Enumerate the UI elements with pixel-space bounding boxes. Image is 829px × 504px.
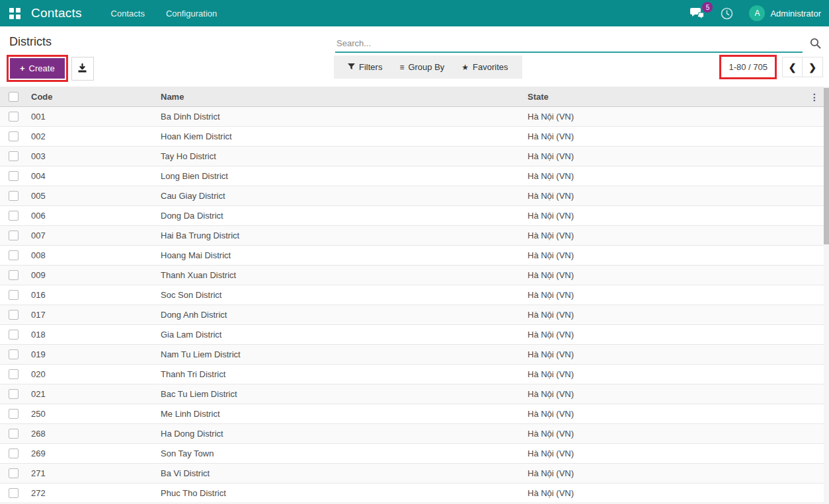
cell-name[interactable]: Soc Son District <box>161 290 528 300</box>
cell-code[interactable]: 020 <box>26 369 161 379</box>
cell-name[interactable]: Dong Anh District <box>161 310 528 320</box>
cell-state[interactable]: Hà Nội (VN) <box>528 449 824 458</box>
cell-name[interactable]: Hai Ba Trung District <box>161 231 528 240</box>
cell-code[interactable]: 268 <box>26 429 161 439</box>
cell-name[interactable]: Phuc Tho District <box>161 488 528 498</box>
create-button[interactable]: +Create <box>10 58 65 79</box>
row-checkbox[interactable] <box>9 290 19 300</box>
row-checkbox[interactable] <box>9 369 19 379</box>
table-row[interactable]: 019 Nam Tu Liem District Hà Nội (VN) <box>0 345 824 365</box>
row-checkbox[interactable] <box>9 112 19 122</box>
row-checkbox[interactable] <box>9 151 19 161</box>
row-checkbox[interactable] <box>9 191 19 201</box>
row-checkbox[interactable] <box>9 488 19 498</box>
cell-name[interactable]: Son Tay Town <box>161 449 528 458</box>
cell-state[interactable]: Hà Nội (VN) <box>528 468 824 478</box>
cell-state[interactable]: Hà Nội (VN) <box>528 211 824 221</box>
table-row[interactable]: 002 Hoan Kiem District Hà Nội (VN) <box>0 127 824 147</box>
cell-code[interactable]: 018 <box>26 330 161 340</box>
row-checkbox[interactable] <box>9 429 19 439</box>
group-by-button[interactable]: ≡ Group By <box>391 55 453 79</box>
cell-name[interactable]: Hoang Mai District <box>161 250 528 260</box>
cell-state[interactable]: Hà Nội (VN) <box>528 171 824 181</box>
cell-state[interactable]: Hà Nội (VN) <box>528 131 824 141</box>
row-checkbox[interactable] <box>9 349 19 359</box>
table-row[interactable]: 018 Gia Lam District Hà Nội (VN) <box>0 325 824 345</box>
cell-name[interactable]: Me Linh District <box>161 409 528 419</box>
row-checkbox[interactable] <box>9 231 19 240</box>
cell-code[interactable]: 019 <box>26 349 161 359</box>
table-row[interactable]: 008 Hoang Mai District Hà Nội (VN) <box>0 246 824 266</box>
user-menu[interactable]: A Administrator <box>749 5 821 21</box>
cell-code[interactable]: 016 <box>26 290 161 300</box>
cell-state[interactable]: Hà Nội (VN) <box>528 409 824 419</box>
tab-contacts[interactable]: Contacts <box>103 1 153 26</box>
cell-state[interactable]: Hà Nội (VN) <box>528 349 824 359</box>
cell-state[interactable]: Hà Nội (VN) <box>528 429 824 439</box>
table-row[interactable]: 021 Bac Tu Liem District Hà Nội (VN) <box>0 384 824 404</box>
cell-code[interactable]: 009 <box>26 270 161 280</box>
cell-name[interactable]: Thanh Tri District <box>161 369 528 379</box>
cell-code[interactable]: 250 <box>26 409 161 419</box>
activities-button[interactable] <box>721 7 733 20</box>
cell-code[interactable]: 004 <box>26 171 161 181</box>
cell-name[interactable]: Cau Giay District <box>161 191 528 201</box>
cell-state[interactable]: Hà Nội (VN) <box>528 488 824 498</box>
table-row[interactable]: 017 Dong Anh District Hà Nội (VN) <box>0 305 824 325</box>
table-row[interactable]: 006 Dong Da District Hà Nội (VN) <box>0 206 824 226</box>
row-checkbox[interactable] <box>9 131 19 141</box>
filters-button[interactable]: Filters <box>339 55 391 79</box>
cell-state[interactable]: Hà Nội (VN) <box>528 191 824 201</box>
cell-state[interactable]: Hà Nội (VN) <box>528 330 824 340</box>
row-checkbox[interactable] <box>9 171 19 181</box>
table-row[interactable]: 016 Soc Son District Hà Nội (VN) <box>0 285 824 305</box>
table-row[interactable]: 020 Thanh Tri District Hà Nội (VN) <box>0 365 824 384</box>
row-checkbox[interactable] <box>9 389 19 399</box>
cell-code[interactable]: 001 <box>26 112 161 122</box>
search-input[interactable] <box>335 36 803 53</box>
table-row[interactable]: 271 Ba Vi District Hà Nội (VN) <box>0 464 824 484</box>
cell-state[interactable]: Hà Nội (VN) <box>528 369 824 379</box>
cell-code[interactable]: 005 <box>26 191 161 201</box>
messages-button[interactable]: 5 <box>690 7 705 19</box>
cell-name[interactable]: Ha Dong District <box>161 429 528 439</box>
cell-name[interactable]: Dong Da District <box>161 211 528 221</box>
apps-menu-icon[interactable] <box>9 8 20 19</box>
cell-state[interactable]: Hà Nội (VN) <box>528 250 824 260</box>
row-checkbox[interactable] <box>9 270 19 280</box>
table-row[interactable]: 250 Me Linh District Hà Nội (VN) <box>0 404 824 424</box>
row-checkbox[interactable] <box>9 330 19 340</box>
row-checkbox[interactable] <box>9 449 19 458</box>
pager-previous-button[interactable]: ❮ <box>782 57 803 77</box>
cell-name[interactable]: Ba Dinh District <box>161 112 528 122</box>
select-all-checkbox[interactable] <box>9 92 19 102</box>
table-row[interactable]: 007 Hai Ba Trung District Hà Nội (VN) <box>0 226 824 246</box>
row-checkbox[interactable] <box>9 211 19 221</box>
column-header-state[interactable]: State <box>528 92 824 102</box>
cell-code[interactable]: 008 <box>26 250 161 260</box>
vertical-scrollbar[interactable] <box>824 87 829 504</box>
cell-state[interactable]: Hà Nội (VN) <box>528 231 824 240</box>
cell-code[interactable]: 007 <box>26 231 161 240</box>
cell-state[interactable]: Hà Nội (VN) <box>528 151 824 161</box>
cell-name[interactable]: Bac Tu Liem District <box>161 389 528 399</box>
cell-name[interactable]: Thanh Xuan District <box>161 270 528 280</box>
row-checkbox[interactable] <box>9 468 19 478</box>
cell-code[interactable]: 006 <box>26 211 161 221</box>
table-row[interactable]: 009 Thanh Xuan District Hà Nội (VN) <box>0 266 824 285</box>
cell-state[interactable]: Hà Nội (VN) <box>528 270 824 280</box>
cell-state[interactable]: Hà Nội (VN) <box>528 112 824 122</box>
scrollbar-thumb[interactable] <box>824 88 829 244</box>
row-checkbox[interactable] <box>9 409 19 419</box>
cell-name[interactable]: Long Bien District <box>161 171 528 181</box>
cell-name[interactable]: Hoan Kiem District <box>161 131 528 141</box>
search-icon[interactable] <box>810 38 821 49</box>
cell-state[interactable]: Hà Nội (VN) <box>528 389 824 399</box>
table-row[interactable]: 004 Long Bien District Hà Nội (VN) <box>0 166 824 186</box>
cell-state[interactable]: Hà Nội (VN) <box>528 310 824 320</box>
cell-code[interactable]: 021 <box>26 389 161 399</box>
optional-columns-icon[interactable]: ⋮ <box>810 87 819 107</box>
table-row[interactable]: 268 Ha Dong District Hà Nội (VN) <box>0 424 824 444</box>
cell-name[interactable]: Ba Vi District <box>161 468 528 478</box>
tab-configuration[interactable]: Configuration <box>158 1 225 26</box>
